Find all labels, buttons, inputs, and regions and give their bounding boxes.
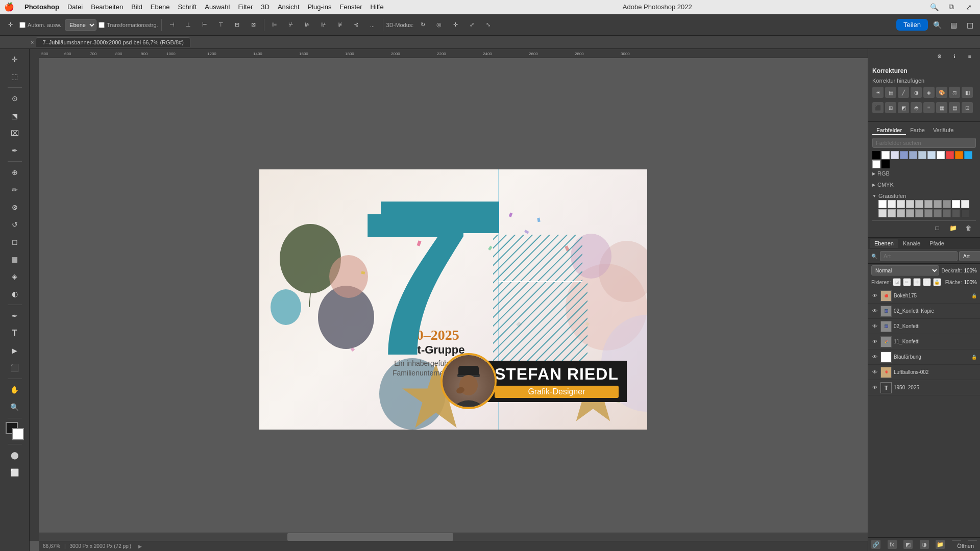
menu-auswahl[interactable]: Auswahl <box>205 3 230 11</box>
layer-item-konfetti-kopie[interactable]: 👁 🎆 02_Konfetti Kopie <box>868 304 980 319</box>
channel-mixer-icon[interactable]: ⊞ <box>885 102 896 113</box>
eyedropper-tool[interactable]: ✒ <box>7 142 23 159</box>
gray-swatch-9[interactable] <box>961 200 969 208</box>
window-button[interactable]: ⧉ <box>944 0 959 14</box>
panel-icon-1[interactable]: ⚙ <box>932 51 946 61</box>
gray-swatch-11[interactable] <box>888 209 896 217</box>
menu-schrift[interactable]: Schrift <box>178 3 197 11</box>
3d-rotate-button[interactable]: ↻ <box>415 18 430 32</box>
layer-vis-1950[interactable]: 👁 <box>871 385 878 390</box>
crop-tool[interactable]: ⌧ <box>7 125 23 141</box>
gray-swatch-1[interactable] <box>888 200 896 208</box>
new-fill-layer-button[interactable]: ◑ <box>920 540 929 549</box>
layer-vis-konfetti-kopie[interactable]: 👁 <box>871 308 878 314</box>
menu-filter[interactable]: Filter <box>238 3 253 11</box>
cmyk-group-header[interactable]: ▶ CMYK <box>872 181 976 189</box>
layer-vis-bokeh[interactable]: 👁 <box>871 293 878 298</box>
3d-slide-button[interactable]: ⤢ <box>464 18 479 32</box>
swatch-cool-blue[interactable] <box>909 151 917 159</box>
swatch-cyan[interactable] <box>964 151 972 159</box>
delete-swatch-button[interactable]: 🗑 <box>962 223 976 233</box>
gray-swatch-3[interactable] <box>906 200 914 208</box>
type-tool[interactable]: T <box>7 325 23 341</box>
gray-swatch-13[interactable] <box>906 209 914 217</box>
photofilter-icon[interactable]: ⬛ <box>872 102 884 113</box>
distribute-right-button[interactable]: ⊭ <box>300 18 314 32</box>
swatch-white[interactable] <box>881 151 890 159</box>
swatch-black[interactable] <box>872 151 880 159</box>
fullscreen-button[interactable]: ⤢ <box>962 0 976 14</box>
transform-checkbox[interactable] <box>99 22 105 28</box>
menu-bild[interactable]: Bild <box>131 3 142 11</box>
layer-item-luftballons[interactable]: 👁 🎈 Luftballons-002 <box>868 365 980 380</box>
vibrance-icon[interactable]: ◈ <box>923 87 935 98</box>
align-center-v-button[interactable]: ⊟ <box>230 18 244 32</box>
align-left-button[interactable]: ⊣ <box>165 18 179 32</box>
layer-vis-11konfetti[interactable]: 👁 <box>871 339 878 344</box>
path-select-tool[interactable]: ▶ <box>7 342 23 359</box>
align-center-h-button[interactable]: ⊥ <box>181 18 195 32</box>
eraser-tool[interactable]: ◻ <box>7 234 23 250</box>
search-icon-btn[interactable]: 🔍 <box>930 18 944 32</box>
menu-photoshop[interactable]: Photoshop <box>24 3 59 11</box>
rgb-group-header[interactable]: ▶ RGB <box>872 169 976 178</box>
distribute-h-button[interactable]: ⊬ <box>284 18 298 32</box>
exposure-icon[interactable]: ◑ <box>911 87 922 98</box>
menu-plugins[interactable]: Plug-ins <box>308 3 332 11</box>
distribute-bottom-button[interactable]: ⊰ <box>349 18 363 32</box>
align-bottom-button[interactable]: ⊠ <box>247 18 261 32</box>
gray-swatch-6[interactable] <box>934 200 942 208</box>
posterize-icon[interactable]: ≡ <box>923 102 935 113</box>
layers-type-filter[interactable]: Art Name <box>959 251 980 261</box>
artboard-tool[interactable]: ⬚ <box>7 68 23 85</box>
more-options-button[interactable]: ... <box>365 18 380 32</box>
layer-item-1950[interactable]: 👁 T 1950–2025 <box>868 380 980 395</box>
layer-vis-blaufaerbung[interactable]: 👁 <box>871 354 878 360</box>
menu-ebene[interactable]: Ebene <box>151 3 170 11</box>
zoom-tool[interactable]: 🔍 <box>7 399 23 415</box>
document-tab[interactable]: 7–Jubiläumsbanner-3000x2000.psd bei 66,7… <box>36 37 190 47</box>
lock-transparent-button[interactable]: ◪ <box>893 278 901 286</box>
gray-swatch-14[interactable] <box>915 209 923 217</box>
swatch-white3[interactable] <box>872 160 880 168</box>
new-group-layers-button[interactable]: 📁 <box>936 540 945 549</box>
layer-style-button[interactable]: fx <box>888 540 897 549</box>
menu-3d[interactable]: 3D <box>261 3 270 11</box>
teilen-button[interactable]: Teilen <box>896 19 928 31</box>
shape-tool[interactable]: ⬛ <box>7 360 23 376</box>
gradient-tool[interactable]: ▦ <box>7 251 23 267</box>
swatch-black2[interactable] <box>881 160 890 168</box>
blur-tool[interactable]: ◈ <box>7 268 23 285</box>
gray-swatch-17[interactable] <box>943 209 951 217</box>
spot-healing-tool[interactable]: ⊕ <box>7 164 23 181</box>
brush-tool[interactable]: ✏ <box>7 182 23 198</box>
panel-icon-2[interactable]: ℹ <box>947 51 962 61</box>
gray-swatch-12[interactable] <box>897 209 905 217</box>
distribute-top-button[interactable]: ⊮ <box>316 18 331 32</box>
gray-swatch-0[interactable] <box>878 200 887 208</box>
gray-swatch-5[interactable] <box>924 200 933 208</box>
canvas-area[interactable]: 500 600 700 800 900 1000 1200 1400 1600 … <box>30 49 868 551</box>
object-selection-tool[interactable]: ⬔ <box>7 108 23 124</box>
menu-fenster[interactable]: Fenster <box>340 3 362 11</box>
search-button[interactable]: 🔍 <box>927 0 941 14</box>
farbfelder-search[interactable] <box>872 138 976 148</box>
curves-icon[interactable]: ╱ <box>898 87 909 98</box>
autoselect-checkbox[interactable] <box>19 22 26 28</box>
distribute-left-button[interactable]: ⊫ <box>267 18 282 32</box>
menu-hilfe[interactable]: Hilfe <box>371 3 384 11</box>
panel-icon-3[interactable]: ≡ <box>963 51 977 61</box>
hand-tool[interactable]: ✋ <box>7 382 23 398</box>
layer-item-11konfetti[interactable]: 👁 🎉 11_Konfetti <box>868 334 980 349</box>
pen-tool[interactable]: ✒ <box>7 308 23 324</box>
layers-search[interactable] <box>880 251 958 261</box>
3d-pan-button[interactable]: ✛ <box>448 18 462 32</box>
graustufen-group-header[interactable]: ▼ Graustufen <box>872 192 976 200</box>
workspace-btn[interactable]: ▤ <box>946 18 961 32</box>
invert-icon[interactable]: ◓ <box>911 102 922 113</box>
3d-scale-button[interactable]: ⤡ <box>481 18 495 32</box>
swatch-red[interactable] <box>946 151 954 159</box>
quick-mask-tool[interactable]: ⬤ <box>7 447 23 463</box>
lock-artboard-button[interactable]: ⬚ <box>923 278 931 286</box>
swatch-orange[interactable] <box>955 151 963 159</box>
